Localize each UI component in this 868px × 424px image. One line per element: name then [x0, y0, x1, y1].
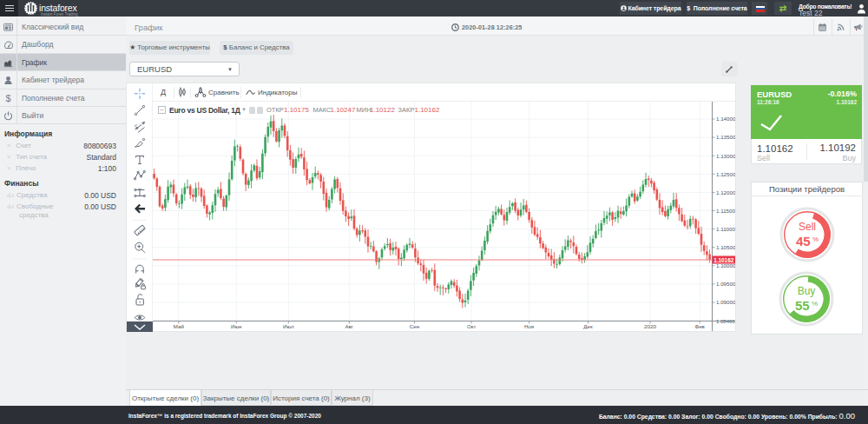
svg-text:1.11000: 1.11000 [716, 226, 735, 232]
svg-text:1.14000: 1.14000 [716, 116, 735, 122]
svg-text:1.09000: 1.09000 [716, 299, 735, 305]
svg-text:1.10162: 1.10162 [713, 257, 734, 263]
svg-text:Май: Май [174, 323, 185, 329]
svg-text:Сен: Сен [410, 323, 419, 329]
svg-text:1.13500: 1.13500 [716, 134, 735, 140]
svg-text:1.13000: 1.13000 [716, 153, 735, 159]
svg-text:Авг: Авг [345, 323, 353, 329]
svg-text:1.08466: 1.08466 [716, 319, 735, 324]
svg-text:2020: 2020 [644, 323, 656, 329]
svg-text:1.10500: 1.10500 [716, 244, 735, 250]
svg-text:Дек: Дек [583, 323, 593, 329]
svg-text:1.12000: 1.12000 [716, 189, 735, 195]
svg-text:1.11500: 1.11500 [716, 208, 735, 214]
svg-text:1.12500: 1.12500 [716, 171, 735, 177]
svg-text:Окт: Окт [467, 323, 477, 329]
svg-text:Фев: Фев [694, 323, 705, 329]
svg-text:Июл: Июл [283, 323, 294, 329]
svg-text:Ноя: Ноя [524, 323, 534, 329]
svg-text:Июн: Июн [231, 323, 242, 329]
svg-text:1.09500: 1.09500 [716, 281, 735, 287]
